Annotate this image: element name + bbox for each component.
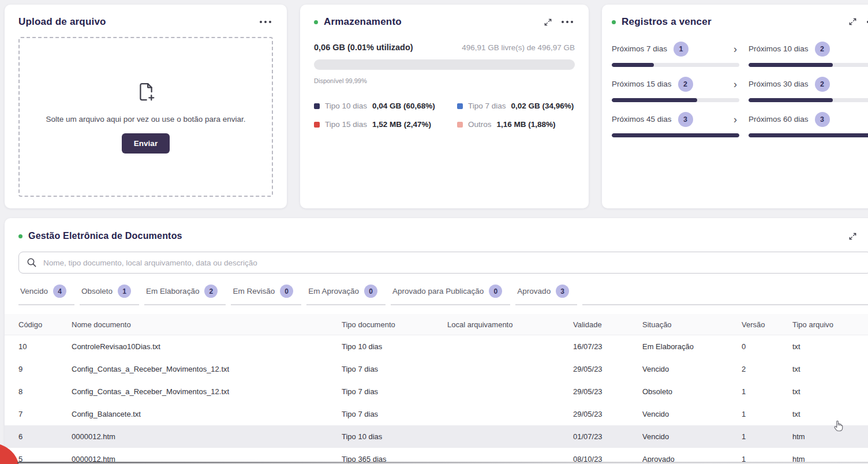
storage-usage-bar <box>314 59 575 70</box>
tabs-filler <box>582 304 868 305</box>
status-filter-tab[interactable]: Em Revisão 0 <box>231 280 301 305</box>
table-header-row: CódigoNome documentoTipo documentoLocal … <box>5 314 868 335</box>
status-filter-tab[interactable]: Obsoleto 1 <box>80 280 139 305</box>
table-cell: 7 <box>18 410 72 418</box>
status-filter-tab[interactable]: Aprovado para Publicação 0 <box>391 280 510 305</box>
chevron-right-icon[interactable]: › <box>734 79 739 89</box>
document-search-input[interactable] <box>18 252 868 274</box>
table-cell: 0 <box>742 342 792 351</box>
expiring-item-label: Próximos 60 dias <box>749 115 809 124</box>
table-cell: Vencido <box>642 432 742 441</box>
ellipsis-menu-icon[interactable] <box>865 19 868 25</box>
expiring-item[interactable]: Próximos 30 dias 2 › <box>749 75 868 102</box>
expiring-item[interactable]: Próximos 10 dias 2 › <box>749 40 868 67</box>
expiring-item-label: Próximos 10 dias <box>749 44 809 53</box>
table-cell: Obsoleto <box>642 387 742 396</box>
expiring-items-grid: Próximos 7 dias 1 › Próximos 10 dias 2 ›… <box>612 40 868 137</box>
legend-value: 1,16 MB (1,88%) <box>497 120 556 129</box>
expiring-count-badge: 2 <box>815 42 830 57</box>
expiring-item[interactable]: Próximos 15 dias 2 › <box>612 75 739 102</box>
upload-submit-button[interactable]: Enviar <box>122 133 170 154</box>
expiring-item-label: Próximos 15 dias <box>612 80 672 88</box>
table-cell: 9 <box>18 365 72 373</box>
file-dropzone[interactable]: Solte um arquivo aqui por vez ou use o b… <box>18 37 273 197</box>
filter-tab-label: Em Elaboração <box>146 287 199 295</box>
status-filter-tab[interactable]: Em Aprovação 0 <box>306 280 386 305</box>
expiring-progress-fill <box>612 98 697 102</box>
table-header-cell: Tipo arquivo <box>792 320 867 329</box>
table-cell: txt <box>792 365 867 373</box>
expiring-item[interactable]: Próximos 60 dias 3 › <box>749 110 868 137</box>
table-header-cell: Situação <box>642 320 742 329</box>
expiring-count-badge: 2 <box>815 77 830 92</box>
table-cell: Tipo 10 dias <box>342 342 447 351</box>
documents-card: Gestão Eletrônica de Documentos <box>5 218 868 464</box>
expiring-progress-bar <box>749 133 868 137</box>
table-cell: txt <box>792 387 867 396</box>
table-cell: 01/07/23 <box>573 432 642 441</box>
expiring-count-badge: 1 <box>674 42 689 57</box>
expiring-progress-fill <box>612 133 739 137</box>
table-row[interactable]: 7Config_Balancete.txtTipo 7 dias29/05/23… <box>5 403 868 425</box>
expiring-progress-fill <box>749 133 868 137</box>
expiring-count-badge: 3 <box>815 112 830 127</box>
storage-used-text: 0,06 GB (0.01% utilizado) <box>314 43 413 52</box>
ellipsis-menu-icon[interactable] <box>258 19 273 25</box>
dashboard-page: Upload de arquivo Solte um arquivo aqui … <box>0 0 868 464</box>
table-cell: txt <box>792 342 867 351</box>
table-header-cell: Código <box>18 320 72 329</box>
table-header-cell: Versão <box>742 320 792 329</box>
expiring-item-label: Próximos 30 dias <box>749 80 809 88</box>
legend-color-square-icon <box>314 122 320 128</box>
legend-value: 0,02 GB (34,96%) <box>511 102 574 110</box>
legend-value: 1,52 MB (2,47%) <box>372 120 431 129</box>
chevron-right-icon[interactable]: › <box>734 44 739 54</box>
expand-icon[interactable] <box>544 18 552 27</box>
storage-legend: Tipo 10 dias 0,04 GB (60,68%) Tipo 7 dia… <box>314 102 575 129</box>
filter-tab-label: Em Aprovação <box>308 287 359 295</box>
status-dot-icon <box>18 234 23 238</box>
expiring-card-title-text: Registros a vencer <box>622 16 712 28</box>
legend-color-square-icon <box>314 103 320 109</box>
chevron-right-icon[interactable]: › <box>734 114 739 125</box>
documents-table: CódigoNome documentoTipo documentoLocal … <box>5 314 868 464</box>
filter-tab-count-badge: 4 <box>53 285 66 298</box>
expiring-progress-bar <box>612 63 739 67</box>
legend-value: 0,04 GB (60,68%) <box>372 102 435 110</box>
expand-icon[interactable] <box>848 17 857 26</box>
table-row[interactable]: 8Config_Contas_a_Receber_Movimentos_12.t… <box>5 380 868 403</box>
table-header-cell: Local arquivamento <box>447 320 573 329</box>
table-cell: Config_Balancete.txt <box>72 410 342 418</box>
status-filter-tab[interactable]: Aprovado 3 <box>515 280 577 305</box>
expiring-item-label: Próximos 7 dias <box>612 44 667 53</box>
expiring-item-label: Próximos 45 dias <box>612 115 672 124</box>
table-row[interactable]: 9Config_Contas_a_Receber_Movimentos_12.t… <box>5 358 868 380</box>
expiring-item[interactable]: Próximos 45 dias 3 › <box>612 110 739 137</box>
table-row[interactable]: 60000012.htmTipo 10 dias01/07/23Vencido1… <box>5 425 868 448</box>
status-dot-icon <box>314 20 318 24</box>
table-cell: 6 <box>18 432 72 441</box>
table-row[interactable]: 10ControleRevisao10Dias.txtTipo 10 dias1… <box>5 335 868 358</box>
upload-card-title: Upload de arquivo <box>18 16 106 28</box>
expand-icon[interactable] <box>848 232 857 241</box>
legend-color-square-icon <box>457 103 463 109</box>
table-cell: 29/05/23 <box>573 387 642 396</box>
hand-cursor-icon <box>831 418 846 436</box>
table-cell: ControleRevisao10Dias.txt <box>72 342 342 351</box>
table-cell: Tipo 7 dias <box>342 387 447 396</box>
expiring-progress-bar <box>612 133 739 137</box>
filter-tab-label: Aprovado <box>517 287 551 295</box>
status-filter-tab[interactable]: Em Elaboração 2 <box>144 280 226 305</box>
filter-tab-count-badge: 0 <box>280 285 293 298</box>
expiring-progress-bar <box>749 63 868 67</box>
table-cell: Tipo 7 dias <box>342 365 447 373</box>
table-cell: 29/05/23 <box>573 365 642 373</box>
expiring-item[interactable]: Próximos 7 dias 1 › <box>612 40 739 67</box>
filter-tab-label: Vencido <box>20 287 48 295</box>
legend-label: Tipo 10 dias <box>325 102 367 110</box>
status-filter-tabs: Vencido 4 Obsoleto 1 Em Elaboração 2 Em … <box>18 280 868 305</box>
ellipsis-menu-icon[interactable] <box>560 19 575 25</box>
table-cell: 29/05/23 <box>573 410 642 418</box>
expiring-progress-fill <box>749 63 833 67</box>
status-filter-tab[interactable]: Vencido 4 <box>18 280 74 305</box>
